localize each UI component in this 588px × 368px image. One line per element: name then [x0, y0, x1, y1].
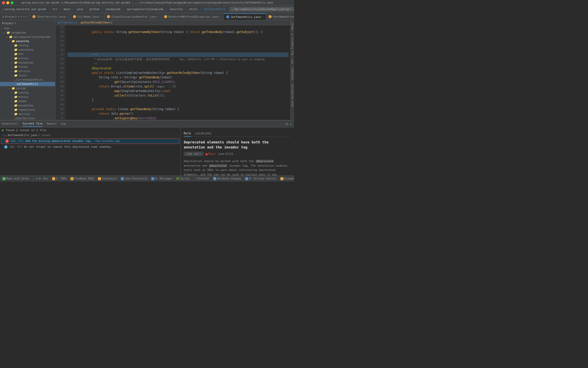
- taskbar-findbugs[interactable]: 🐛 FindBugs-IDEA: [69, 177, 95, 181]
- gear-icon[interactable]: ⚙: [21, 15, 22, 18]
- tree-item-hub[interactable]: ▸ hub: [0, 26, 55, 30]
- minimize-button[interactable]: [6, 1, 9, 4]
- system-label: system: [16, 87, 26, 90]
- expand-sys-config-icon: ▸: [11, 91, 14, 94]
- tree-item-dto[interactable]: ▸ 📁 dto: [0, 52, 55, 56]
- tree-item-sys-exception[interactable]: ▸ 📁 exception: [0, 103, 55, 108]
- springsecurity-nav[interactable]: springsecurityjwtguide: [126, 7, 165, 11]
- issue-item-1[interactable]: ! (60, 47) Add the missing @deprecated J…: [1, 138, 179, 144]
- taskbar-checkstyle[interactable]: ✓ CheckStyle: [97, 177, 118, 181]
- tab-fullname[interactable]: FullName.java ×: [70, 13, 104, 20]
- expand-entity-icon: ▸: [11, 57, 14, 60]
- sidebar-dropdown-icon[interactable]: ▼: [15, 22, 16, 24]
- tree-item-entity[interactable]: ▸ 📁 entity: [0, 56, 55, 60]
- tab-report[interactable]: Report: [47, 121, 57, 127]
- taskbar-messages[interactable]: ✉ 0: Messages: [150, 177, 173, 181]
- close-iuserservice-icon[interactable]: ×: [66, 15, 68, 18]
- taskbar-gitox[interactable]: G Made with Gitox: [2, 177, 30, 181]
- security-nav[interactable]: security: [168, 7, 184, 11]
- tree-item-config[interactable]: ▸ 📁 config: [0, 43, 55, 48]
- right-tab-maven[interactable]: Maven: [290, 20, 294, 32]
- project-label: spring-security-jwt-guide: [5, 8, 46, 11]
- tree-item-sys-enums[interactable]: ▸ 📁 enums: [0, 99, 55, 103]
- tab-usernameexist[interactable]: UserNameAlreadyExistException.java ×: [266, 13, 294, 20]
- utils-nav[interactable]: utils: [188, 7, 199, 11]
- tree-item-userservice[interactable]: ☕ UserService: [0, 116, 55, 120]
- taskbar-terminal[interactable]: ⬛ Terminal: [192, 177, 210, 180]
- tree-item-sys-entity[interactable]: ▸ 📁 entity: [0, 95, 55, 99]
- issue-file-item[interactable]: ▾ ☕ JwtTokenUtils.java 2 issues: [0, 133, 180, 138]
- play-icon[interactable]: ▶: [2, 128, 4, 132]
- tab-jwttokenutils[interactable]: JwtTokenUtils.java ×: [224, 13, 266, 20]
- tree-item-utils-security[interactable]: ▾ 📁 utils: [0, 73, 55, 78]
- tree-item-service-security[interactable]: ▾ 📁 service: [0, 69, 55, 73]
- tab-globalexception[interactable]: GlobalExceptionHandler.java ×: [104, 13, 162, 20]
- tree-item-sys-service[interactable]: ▾ 📁 service: [0, 112, 55, 116]
- detail-tab-rule[interactable]: Rule: [184, 131, 191, 137]
- issue-item-2[interactable]: ℹ (60, 47) Do not forget to remove this …: [0, 144, 180, 149]
- bottom-close-icon[interactable]: ×: [290, 122, 292, 126]
- bottom-settings-icon[interactable]: ⚙: [286, 122, 288, 126]
- tree-item-security[interactable]: ▾ 📁 security: [0, 39, 55, 43]
- tree-item-system[interactable]: ▾ 📁 system: [0, 86, 55, 90]
- breadcrumb-class[interactable]: JwtTokenUtils: [57, 21, 77, 24]
- tab-resourcenotfound[interactable]: ResourceNotFoundException.java ×: [162, 13, 224, 20]
- taskbar-todo[interactable]: ☑ 5: TODO: [51, 177, 67, 181]
- main-layout: Project ▼ ▸ hub ▸ 📁 javaguide ▾ 📁 spring…: [0, 20, 294, 120]
- tab-project[interactable]: ▤ Project ▼ ⚙ ≡ ⚙: [0, 13, 30, 20]
- issue-info-2: (60, 47) Do not forget to remove this de…: [9, 145, 113, 148]
- maximize-button[interactable]: [11, 1, 14, 4]
- javaguide-nav[interactable]: javaguide: [104, 7, 122, 11]
- globalexception-icon: [107, 15, 110, 18]
- filter-label: filter: [18, 65, 28, 69]
- settings2-icon[interactable]: ⚙: [26, 15, 27, 18]
- src-nav[interactable]: src: [51, 7, 59, 11]
- config-label: config: [18, 44, 28, 47]
- currentuserutils-label: CurrentUserUtils: [16, 78, 43, 81]
- terminal-icon: ⬛: [193, 177, 196, 180]
- tree-item-constants[interactable]: ▸ 📁 constants: [0, 48, 55, 52]
- main-nav[interactable]: main: [62, 7, 72, 11]
- taskbar-versioncontrol[interactable]: ⎇ 9: Version Control: [244, 177, 277, 181]
- close-fullname-icon[interactable]: ×: [100, 15, 102, 18]
- close-button[interactable]: [2, 1, 5, 4]
- alibabacloud-label: Alibaba Cloud View: [284, 177, 294, 180]
- tree-item-repository[interactable]: ▸ 📁 repository: [0, 108, 55, 112]
- tree-item-sys-config[interactable]: ▸ 📁 config: [0, 90, 55, 95]
- dto-label: dto: [18, 52, 23, 56]
- tree-item-jwttokenutils[interactable]: ☕ JwtTokenUtils: [0, 82, 55, 86]
- right-tab-ant[interactable]: Ant: [290, 57, 294, 66]
- tree-item-javaguide[interactable]: ▸ 📁 javaguide: [0, 30, 55, 35]
- tree-item-currentuserutils[interactable]: ☕ CurrentUserUtils: [0, 78, 55, 82]
- taskbar-run[interactable]: ▶ 4: Run: [35, 177, 49, 180]
- tree-item-springsecurity[interactable]: ▾ 📁 springsecurityjwtguide: [0, 35, 55, 39]
- tab-current-file[interactable]: Current file: [23, 121, 43, 127]
- right-tab-database[interactable]: Database: [290, 66, 294, 82]
- close-globalexception-icon[interactable]: ×: [158, 15, 159, 18]
- tab-log[interactable]: Log: [61, 121, 66, 127]
- tree-item-filter[interactable]: ▸ 📁 filter: [0, 65, 55, 69]
- taskbar-alibabacloud[interactable]: ☁ Alibaba Cloud View: [279, 177, 294, 181]
- run-config-button[interactable]: ☕ SpringSecurityJwtGuideApplication ▼: [230, 7, 294, 11]
- taskbar-database[interactable]: 🗄 Database Changes: [212, 177, 242, 181]
- layout-icon[interactable]: ≡: [23, 15, 25, 18]
- rule-title: Deprecated elements should have both the…: [184, 140, 291, 150]
- right-tab-beanvalidation[interactable]: Bean Validation: [290, 82, 294, 109]
- expand-dto-icon: ▸: [11, 53, 14, 55]
- right-tab-keypromoter[interactable]: Key Promoter X: [290, 32, 294, 57]
- close-jwttokenutils-icon[interactable]: ×: [262, 16, 263, 18]
- taskbar-javaenterprise[interactable]: J Java Enterprise: [120, 177, 148, 181]
- userservice-label: UserService: [16, 117, 35, 120]
- detail-tab-locations[interactable]: Locations: [195, 131, 211, 137]
- project-nav-item[interactable]: ☕ spring-security-jwt-guide: [1, 7, 48, 11]
- todo-icon: ☑: [52, 177, 55, 180]
- github-nav[interactable]: github: [88, 7, 101, 11]
- taskbar-spring[interactable]: 🌿 Spring: [175, 176, 190, 181]
- java-nav[interactable]: java: [75, 7, 85, 11]
- close-resourcenotfound-icon[interactable]: ×: [220, 15, 221, 18]
- tab-iuserservice[interactable]: IUserService.java ×: [30, 13, 70, 20]
- code-line-56: /**: [67, 48, 288, 52]
- tree-item-exception[interactable]: ▸ 📁 exception: [0, 60, 55, 65]
- jwtutils-nav[interactable]: JwtTokenUtils: [202, 7, 227, 11]
- breadcrumb-method[interactable]: getUserRolesByToken(): [81, 21, 112, 24]
